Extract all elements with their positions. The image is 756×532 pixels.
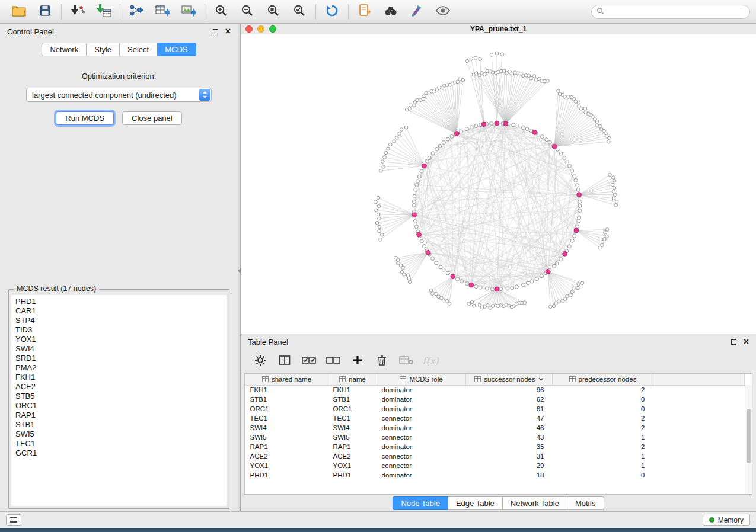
mcds-result-list[interactable]: PHD1CAR1STP4TID3YOX1SWI4SRD1PMA2FKH1ACE2…	[11, 295, 227, 506]
close-panel-icon[interactable]: ×	[225, 28, 231, 34]
criterion-select[interactable]: largest connected component (undirected)	[26, 88, 212, 102]
table-scrollbar-thumb[interactable]	[747, 409, 751, 463]
zoom-selected-button[interactable]	[286, 2, 312, 22]
find-button[interactable]	[378, 2, 404, 22]
float-panel-icon[interactable]	[213, 29, 218, 34]
export-image-button[interactable]	[176, 2, 202, 22]
mcds-result-item[interactable]: RAP1	[11, 411, 227, 420]
search-input[interactable]	[608, 8, 745, 16]
panel-splitter[interactable]	[238, 24, 241, 511]
run-mcds-button[interactable]: Run MCDS	[56, 111, 114, 125]
table-scrollbar[interactable]	[745, 385, 752, 494]
table-row[interactable]: SWI4SWI4dominator462	[245, 423, 745, 432]
column-grid-icon	[569, 376, 576, 382]
table-row[interactable]: PHD1PHD1dominator180	[245, 470, 745, 480]
tab-style[interactable]: Style	[87, 43, 120, 56]
table-row[interactable]: FKH1FKH1dominator962	[245, 385, 745, 395]
copy-share-button[interactable]	[352, 2, 378, 22]
table-settings-button[interactable]	[250, 352, 270, 370]
mcds-result-item[interactable]: CAR1	[11, 306, 227, 316]
zoom-out-button[interactable]	[234, 2, 260, 22]
close-panel-button[interactable]: Close panel	[122, 111, 182, 125]
function-builder-button[interactable]: f(x)	[420, 352, 441, 370]
show-hide-button[interactable]	[430, 2, 456, 22]
mcds-result-item[interactable]: STB5	[11, 392, 227, 401]
tab-network-table[interactable]: Network Table	[503, 496, 567, 510]
network-titlebar[interactable]: YPA_prune.txt_1	[241, 24, 756, 34]
zoom-in-button[interactable]	[208, 2, 234, 22]
mcds-result-item[interactable]: STB1	[11, 420, 227, 430]
mcds-result-item[interactable]: ACE2	[11, 382, 227, 392]
table-panel-titlebar: Table Panel ×	[241, 334, 756, 350]
control-panel: Control Panel × Network Style Select MCD…	[0, 24, 238, 511]
memory-status-icon	[709, 517, 714, 523]
mcds-result-item[interactable]: TID3	[11, 325, 227, 335]
mcds-buttons: Run MCDS Close panel	[0, 111, 238, 125]
column-header-mcds-role[interactable]: MCDS role	[377, 374, 466, 385]
panel-menu-button[interactable]	[6, 514, 21, 526]
export-network-button[interactable]	[123, 2, 149, 22]
clear-table-button[interactable]	[396, 352, 416, 370]
table-row[interactable]: STB1STB1dominator620	[245, 395, 745, 404]
import-network-button[interactable]	[65, 2, 91, 22]
float-table-panel-icon[interactable]	[731, 339, 736, 345]
mcds-result-item[interactable]: SWI4	[11, 344, 227, 354]
mcds-result-item[interactable]: YOX1	[11, 335, 227, 344]
mcds-result-item[interactable]: STP4	[11, 316, 227, 325]
column-header-successor-nodes[interactable]: successor nodes	[466, 374, 553, 385]
mcds-result-item[interactable]: GCR1	[11, 448, 227, 458]
apply-layout-button[interactable]	[319, 2, 345, 22]
column-grid-icon	[339, 376, 346, 382]
mcds-result-item[interactable]: SWI5	[11, 430, 227, 439]
memory-button[interactable]: Memory	[703, 514, 750, 526]
network-title: YPA_prune.txt_1	[241, 25, 756, 33]
table-row[interactable]: YOX1YOX1connector291	[245, 461, 745, 470]
column-header-predecessor-nodes[interactable]: predecessor nodes	[553, 374, 653, 385]
select-all-button[interactable]	[299, 352, 319, 370]
mcds-result-item[interactable]: SRD1	[11, 354, 227, 363]
network-canvas[interactable]	[241, 34, 756, 334]
splitter-collapse-icon[interactable]	[238, 268, 241, 274]
column-header-shared-name[interactable]: shared name	[245, 374, 328, 385]
open-session-button[interactable]	[6, 2, 32, 22]
search-box	[591, 5, 750, 19]
control-panel-tabs: Network Style Select MCDS	[0, 43, 238, 56]
close-table-panel-icon[interactable]: ×	[744, 339, 749, 345]
deselect-all-button[interactable]	[323, 352, 343, 370]
column-header-name[interactable]: name	[328, 374, 377, 385]
mcds-result-item[interactable]: PMA2	[11, 363, 227, 373]
style-button[interactable]	[404, 2, 430, 22]
zoom-fit-button[interactable]	[260, 2, 286, 22]
toolbar-separator	[120, 4, 120, 20]
save-session-button[interactable]	[32, 2, 58, 22]
mcds-result-item[interactable]: ORC1	[11, 401, 227, 411]
right-column: YPA_prune.txt_1 Table Panel	[241, 24, 756, 511]
table-row[interactable]: ACE2ACE2connector311	[245, 451, 745, 461]
tab-select[interactable]: Select	[120, 43, 157, 56]
mcds-result-title: MCDS result (17 nodes)	[14, 284, 99, 293]
delete-column-button[interactable]	[372, 352, 392, 370]
tab-motifs[interactable]: Motifs	[567, 496, 604, 510]
add-column-button[interactable]	[347, 352, 368, 370]
select-stepper-icon	[199, 89, 210, 101]
optimization-criterion-label: Optimization criterion:	[0, 72, 238, 81]
tab-mcds[interactable]: MCDS	[157, 43, 196, 56]
control-panel-title: Control Panel	[7, 27, 54, 36]
table-row[interactable]: ORC1ORC1dominator610	[245, 404, 745, 414]
gear-icon	[254, 354, 266, 368]
table-row[interactable]: SWI5SWI5connector431	[245, 432, 745, 442]
show-columns-button[interactable]	[275, 352, 295, 370]
mcds-result-item[interactable]: PHD1	[11, 297, 227, 306]
mcds-result-item[interactable]: FKH1	[11, 373, 227, 382]
tab-edge-table[interactable]: Edge Table	[448, 496, 503, 510]
tab-network[interactable]: Network	[42, 43, 87, 56]
column-grid-icon	[474, 376, 481, 382]
tab-node-table[interactable]: Node Table	[393, 496, 448, 510]
mcds-result-item[interactable]: TEC1	[11, 439, 227, 448]
import-table-button[interactable]	[91, 2, 117, 22]
table-row[interactable]: RAP1RAP1dominator352	[245, 442, 745, 451]
mcds-result-group: MCDS result (17 nodes) PHD1CAR1STP4TID3Y…	[8, 289, 229, 509]
table-row[interactable]: TEC1TEC1connector472	[245, 414, 745, 423]
export-table-button[interactable]	[149, 2, 176, 22]
table-header-row: shared name name MCDS role successor nod…	[245, 374, 745, 385]
